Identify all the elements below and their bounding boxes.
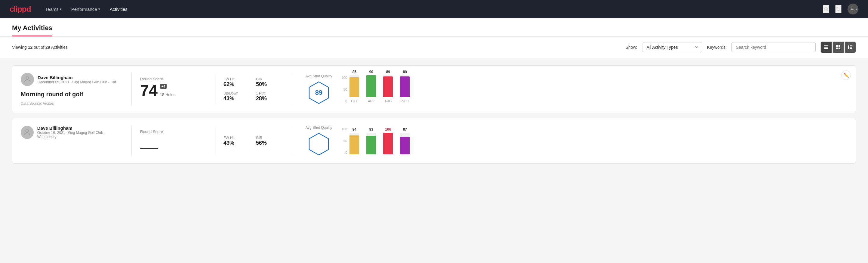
refresh-button[interactable]: ↻ <box>835 5 841 13</box>
svg-rect-10 <box>850 47 852 48</box>
card-divider <box>215 73 215 106</box>
avatar <box>21 126 34 139</box>
card-stats: Round Score 74 +4 18 Holes <box>140 73 206 106</box>
card-stats: Round Score <box>140 125 206 156</box>
nav-activities[interactable]: Activities <box>110 5 127 13</box>
card-left: Dave Billingham October 16, 2021 · Gog M… <box>21 125 123 156</box>
updown-label: Up/Down <box>223 91 251 95</box>
card-quality: Avg Shot Quality 89 <box>301 73 337 106</box>
card-chart: 100 50 0 85 OTT 90 <box>337 73 847 106</box>
svg-rect-11 <box>850 48 852 49</box>
list-compact-view-button[interactable] <box>820 41 832 53</box>
avatar <box>21 73 34 86</box>
activities-list: Dave Billingham December 05, 2021 · Gog … <box>0 58 868 171</box>
chart-col-arg2: 106 <box>383 127 393 154</box>
svg-rect-8 <box>848 46 849 49</box>
card-quality: Avg Shot Quality <box>301 125 337 156</box>
card-divider <box>292 125 292 156</box>
chart-col-app2: 93 <box>366 127 376 154</box>
bar-putt <box>400 75 410 97</box>
card-divider <box>292 73 292 106</box>
keywords-label: Keywords: <box>707 45 726 50</box>
activity-type-select[interactable]: All Activity Types <box>642 42 702 52</box>
bar-value-putt2: 87 <box>403 127 407 132</box>
card-chart: 100 50 0 94 93 <box>337 125 847 156</box>
gir-value: 56% <box>256 140 284 146</box>
round-score-label: Round Score <box>140 129 206 134</box>
data-source: Data Source: Arccos <box>21 101 123 106</box>
avg-shot-label: Avg Shot Quality <box>305 125 332 130</box>
user-date: December 05, 2021 · Gog Magog Golf Club … <box>38 80 116 84</box>
bar-putt2 <box>400 133 410 154</box>
user-info: Dave Billingham October 16, 2021 · Gog M… <box>37 125 123 139</box>
bar-value-putt: 89 <box>403 70 407 74</box>
gir-item: GIR 56% <box>256 136 284 146</box>
svg-rect-6 <box>836 48 838 49</box>
one-putt-label: 1 Putt <box>256 91 284 95</box>
show-label: Show: <box>626 45 637 50</box>
activity-card: Dave Billingham December 05, 2021 · Gog … <box>12 65 856 113</box>
chart-col-ott: 85 OTT <box>349 70 359 103</box>
fw-hit-item: FW Hit 62% <box>223 77 251 88</box>
chart-col-ott2: 94 <box>349 127 359 154</box>
bar-value-app: 90 <box>369 70 373 74</box>
bar-value-ott2: 94 <box>352 127 356 132</box>
chart-label-putt: PUTT <box>401 99 409 103</box>
chart-col-putt2: 87 <box>400 127 410 154</box>
add-button[interactable]: ⊕ <box>823 5 829 13</box>
viewing-text: Viewing 12 out of 29 Activities <box>12 45 621 50</box>
user-date: October 16, 2021 · Gog Magog Golf Club -… <box>37 130 123 139</box>
round-score-row <box>140 135 206 149</box>
filter-bar: Viewing 12 out of 29 Activities Show: Al… <box>0 37 868 58</box>
account-menu[interactable]: ▾ <box>847 4 858 14</box>
list-detail-view-button[interactable] <box>844 41 856 53</box>
card-divider <box>215 125 215 156</box>
keyword-input[interactable] <box>732 42 816 52</box>
chevron-down-icon: ▾ <box>60 7 62 11</box>
edit-button[interactable]: ✏️ <box>841 70 851 80</box>
bar-value-arg: 89 <box>386 70 390 74</box>
svg-point-12 <box>26 77 29 80</box>
chart-y-labels: 100 50 0 <box>342 76 347 103</box>
fw-hit-value: 62% <box>223 81 251 88</box>
chart-col-arg: 89 ARG <box>383 70 393 103</box>
user-name: Dave Billingham <box>37 125 123 130</box>
svg-point-14 <box>26 129 29 132</box>
card-divider <box>131 125 132 156</box>
page-title: My Activities <box>12 18 52 36</box>
holes-label: 18 Holes <box>160 92 175 97</box>
fw-hit-item: FW Hit 43% <box>223 136 251 146</box>
bar-arg2 <box>383 133 393 154</box>
svg-rect-9 <box>850 46 852 46</box>
score-badge: +4 <box>160 84 167 89</box>
hex-number <box>318 140 320 148</box>
svg-point-0 <box>851 7 853 9</box>
card-details: FW Hit 43% GIR 56% <box>223 125 284 156</box>
bar-value-arg2: 106 <box>385 127 391 132</box>
svg-rect-5 <box>839 45 840 47</box>
chart-y-labels: 100 50 0 <box>342 127 347 154</box>
grid-view-button[interactable] <box>833 41 844 53</box>
updown-value: 43% <box>223 95 251 102</box>
bar-app2 <box>366 133 376 154</box>
chart-col-putt: 89 PUTT <box>400 70 410 103</box>
svg-rect-1 <box>824 46 828 46</box>
round-score-number: 74 <box>140 83 158 98</box>
svg-rect-3 <box>824 48 828 49</box>
gir-item: GIR 50% <box>256 77 284 88</box>
chevron-down-icon: ▾ <box>98 7 100 11</box>
one-putt-value: 28% <box>256 95 284 102</box>
navbar: clippd Teams ▾ Performance ▾ Activities … <box>0 0 868 18</box>
nav-teams[interactable]: Teams ▾ <box>45 5 62 13</box>
nav-performance[interactable]: Performance ▾ <box>71 5 100 13</box>
svg-rect-4 <box>836 45 838 47</box>
svg-rect-7 <box>839 48 840 49</box>
gir-label: GIR <box>256 136 284 140</box>
bar-value-ott: 85 <box>352 70 356 74</box>
gir-label: GIR <box>256 77 284 81</box>
avg-shot-label: Avg Shot Quality <box>305 74 332 78</box>
chart-col-app: 90 APP <box>366 70 376 103</box>
round-score-row: 74 +4 18 Holes <box>140 83 206 98</box>
bar-app <box>366 75 376 97</box>
chart-label-app: APP <box>368 99 374 103</box>
